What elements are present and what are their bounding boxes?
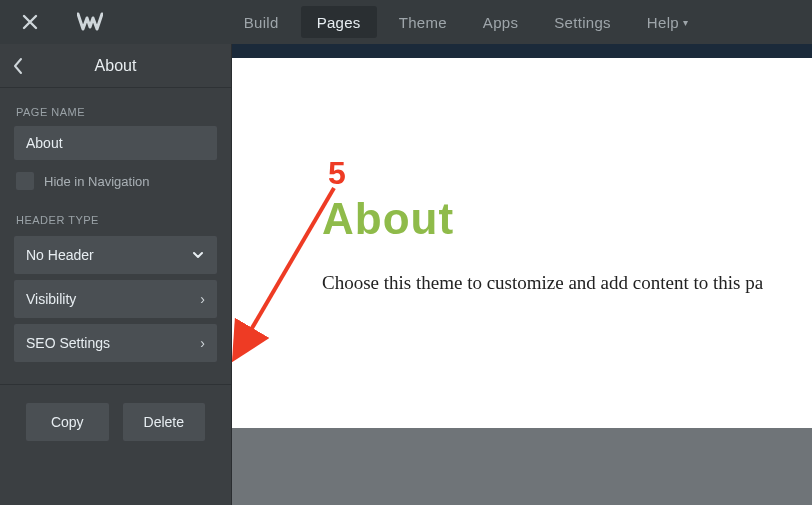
page-preview[interactable]: About Choose this theme to customize and… (232, 58, 812, 428)
nav-tab-settings[interactable]: Settings (536, 0, 629, 44)
chevron-right-icon: › (200, 291, 205, 307)
chevron-down-icon (191, 248, 205, 262)
seo-settings-row[interactable]: SEO Settings › (14, 324, 217, 362)
nav-tab-label: Help (647, 14, 679, 31)
canvas-top-strip (232, 44, 812, 58)
panel-title: About (95, 57, 137, 75)
header-type-label: HEADER TYPE (0, 196, 231, 234)
row-label: Visibility (26, 291, 76, 307)
nav-tab-pages[interactable]: Pages (301, 6, 377, 38)
hide-in-navigation-label: Hide in Navigation (44, 174, 150, 189)
weebly-logo (60, 0, 120, 44)
nav-tab-build[interactable]: Build (226, 0, 297, 44)
nav-tab-label: Apps (483, 14, 518, 31)
page-heading: About (322, 194, 772, 244)
top-bar: Build Pages Theme Apps Settings Help▾ (0, 0, 812, 44)
page-canvas: About Choose this theme to customize and… (232, 44, 812, 505)
close-icon (21, 13, 39, 31)
close-button[interactable] (0, 0, 60, 44)
header-type-select[interactable]: No Header (14, 236, 217, 274)
page-name-input[interactable]: About (14, 126, 217, 160)
page-name-value: About (26, 135, 63, 151)
nav-tabs: Build Pages Theme Apps Settings Help▾ (120, 0, 812, 44)
button-label: Copy (51, 414, 84, 430)
back-button[interactable] (12, 44, 24, 88)
weebly-logo-icon (77, 12, 103, 32)
nav-tab-label: Settings (554, 14, 611, 31)
panel-footer: Copy Delete (0, 384, 231, 441)
button-label: Delete (144, 414, 184, 430)
page-body-text: Choose this theme to customize and add c… (322, 272, 772, 294)
row-label: SEO Settings (26, 335, 110, 351)
hide-in-navigation-checkbox[interactable] (16, 172, 34, 190)
nav-tab-label: Pages (317, 14, 361, 31)
visibility-row[interactable]: Visibility › (14, 280, 217, 318)
copy-button[interactable]: Copy (26, 403, 109, 441)
nav-tab-theme[interactable]: Theme (381, 0, 465, 44)
nav-tab-label: Build (244, 14, 279, 31)
chevron-left-icon (12, 57, 24, 75)
hide-in-navigation-row: Hide in Navigation (0, 160, 231, 196)
nav-tab-label: Theme (399, 14, 447, 31)
panel-header: About (0, 44, 231, 88)
nav-tab-help[interactable]: Help▾ (629, 0, 706, 44)
delete-button[interactable]: Delete (123, 403, 206, 441)
header-type-value: No Header (26, 247, 94, 263)
nav-tab-apps[interactable]: Apps (465, 0, 536, 44)
page-name-label: PAGE NAME (0, 88, 231, 126)
chevron-right-icon: › (200, 335, 205, 351)
caret-down-icon: ▾ (683, 17, 688, 28)
page-settings-panel: About PAGE NAME About Hide in Navigation… (0, 44, 232, 505)
